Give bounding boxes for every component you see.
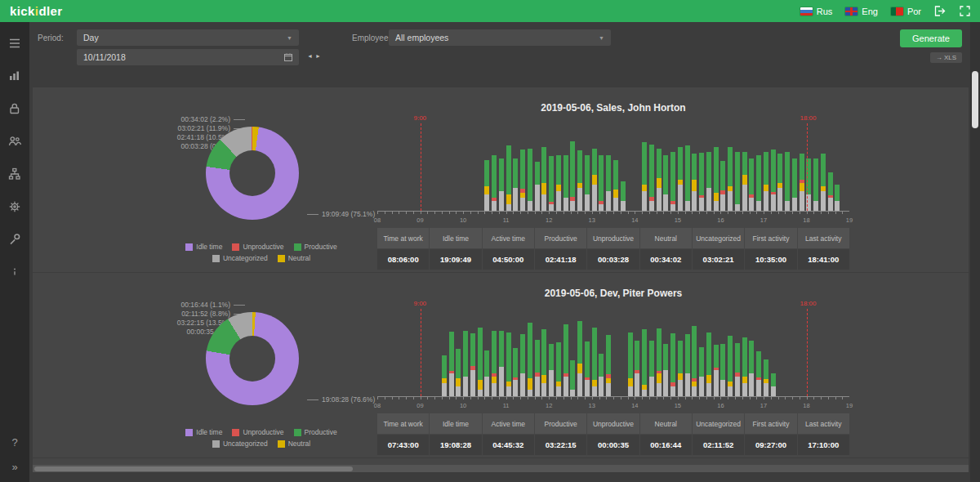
bar-chart-icon [7, 69, 22, 83]
schedule-line-label: 9:00 [414, 300, 427, 307]
collapse-sidebar-button[interactable]: » [0, 454, 29, 479]
period-select[interactable]: Day ▼ [77, 29, 299, 46]
activity-bar [785, 152, 790, 211]
table-value-cell: 17:10:00 [798, 435, 849, 455]
table-header-cell: Productive [535, 413, 586, 434]
table-value-cell: 03:02:21 [693, 249, 744, 270]
table-header-row: Time at workIdle timeActive timeProducti… [377, 413, 849, 434]
activity-bar [771, 150, 776, 211]
sidebar-bottom: ? » [0, 430, 29, 479]
sidebar-item-structure[interactable] [0, 158, 29, 190]
sidebar-item-about[interactable] [0, 256, 29, 288]
top-bar: kickidler Rus Eng Por [0, 0, 980, 22]
calendar-icon[interactable] [284, 53, 292, 61]
legend-item: Neutral [278, 440, 310, 448]
language-label: Rus [817, 7, 833, 16]
activity-bar [642, 329, 647, 396]
language-rus[interactable]: Rus [800, 7, 833, 16]
logout-icon [934, 6, 947, 16]
legend-label: Unproductive [243, 243, 283, 251]
main-content: Period: Day ▼ 10/11/2018 ◄► Employee All… [29, 22, 980, 482]
horizontal-scrollbar-thumb[interactable] [34, 466, 353, 471]
legend-item: Uncategorized [212, 254, 268, 262]
legend: Idle timeUnproductiveProductiveUncategor… [155, 243, 368, 262]
axis-tick-label: 14 [631, 402, 638, 409]
vertical-scrollbar-thumb[interactable] [972, 71, 978, 128]
activity-bar [541, 329, 546, 396]
activity-bar [635, 341, 639, 396]
activity-bar [577, 321, 582, 396]
help-button[interactable]: ? [0, 430, 29, 454]
date-input[interactable]: 10/11/2018 [77, 49, 299, 65]
legend: Idle timeUnproductiveProductiveUncategor… [155, 428, 368, 448]
x-axis: 080910111213141516171819 [377, 216, 849, 225]
table-value-cell: 07:43:00 [377, 435, 429, 455]
vertical-scrollbar[interactable] [970, 22, 980, 482]
table-header-cell: Last activity [798, 413, 849, 434]
axis-tick-label: 12 [546, 402, 552, 409]
activity-bar [720, 161, 725, 211]
activity-bar [564, 324, 568, 396]
sidebar-item-security[interactable] [0, 92, 29, 125]
app-logo[interactable]: kickidler [10, 4, 63, 18]
period-label: Period: [38, 33, 64, 42]
generate-button[interactable]: Generate [900, 29, 962, 47]
donut-slice-label: 00:34:02 (2.2%) [65, 115, 245, 124]
activity-bar [792, 158, 797, 211]
employee-value: All employees [395, 33, 592, 42]
activity-bar [685, 145, 690, 211]
legend-swatch [278, 255, 285, 262]
activity-bar [670, 333, 675, 396]
activity-bar [520, 150, 525, 211]
donut-slice-label: 02:11:52 (8.8%) [65, 310, 245, 319]
language-eng[interactable]: Eng [845, 7, 878, 16]
table-value-cell: 04:50:00 [483, 249, 534, 270]
activity-bar [549, 344, 554, 396]
legend-item: Uncategorized [212, 440, 268, 448]
date-nav[interactable]: ◄► [307, 53, 323, 59]
activity-bar [499, 158, 504, 211]
info-icon [7, 265, 22, 279]
sidebar-item-settings[interactable] [0, 223, 29, 256]
menu-icon [7, 36, 22, 51]
activity-bar [742, 337, 747, 396]
employee-select[interactable]: All employees ▼ [389, 29, 611, 46]
language-label: Por [907, 7, 921, 16]
schedule-line: 18:00 [807, 309, 808, 396]
language-por[interactable]: Por [891, 7, 921, 16]
activity-bar [714, 345, 719, 396]
table-header-cell: Idle time [430, 413, 481, 434]
sidebar-item-main[interactable] [0, 27, 29, 60]
sidebar-item-autokick[interactable] [0, 190, 29, 223]
date-prev-icon[interactable]: ◄ [307, 53, 315, 59]
table-value-cell: 03:22:15 [535, 435, 586, 455]
table-header-cell: First activity [745, 228, 796, 248]
sidebar: ? » [0, 22, 29, 482]
legend-label: Uncategorized [223, 440, 268, 448]
logout-button[interactable] [934, 6, 947, 16]
horizontal-scrollbar[interactable] [33, 465, 969, 472]
period-value: Day [83, 33, 280, 42]
legend-item: Idle time [185, 428, 222, 436]
legend-swatch [212, 440, 220, 448]
legend-item: Neutral [278, 254, 310, 262]
table-value-cell: 02:41:18 [535, 249, 586, 270]
sidebar-item-reports[interactable] [0, 60, 29, 92]
activity-bar [800, 154, 804, 211]
activity-bar [670, 152, 675, 211]
fullscreen-button[interactable] [960, 6, 970, 16]
legend-swatch [294, 243, 301, 251]
report-section: 2019-05-06, Dev, Piter Powers 00:16:44 (… [33, 273, 969, 458]
schedule-line: 9:00 [421, 309, 421, 396]
date-next-icon[interactable]: ► [315, 53, 323, 59]
activity-bar [678, 147, 683, 211]
donut-chart [206, 127, 299, 220]
table-header-cell: Unproductive [587, 413, 639, 434]
legend-row: Idle timeUnproductiveProductive [185, 428, 336, 436]
activity-bar [492, 155, 497, 211]
table-value-cell: 00:00:35 [587, 435, 639, 455]
activity-bar [649, 341, 654, 396]
export-xls-button[interactable]: → XLS [930, 52, 962, 63]
axis-tick-label: 11 [503, 402, 510, 409]
sidebar-item-employees[interactable] [0, 125, 29, 158]
